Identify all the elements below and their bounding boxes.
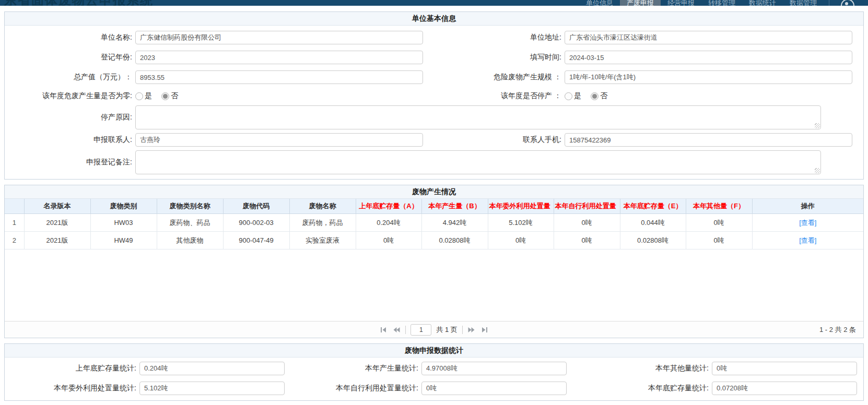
stat-other-amount-label: 本年其他量统计: <box>573 364 712 373</box>
cell-waste-code: 900-047-49 <box>223 232 289 249</box>
cell-last-year-storage: 0吨 <box>356 232 421 249</box>
stat-current-generated-input[interactable] <box>421 362 567 375</box>
nav-tab-transfer-mgmt[interactable]: 转移管理 <box>701 0 742 6</box>
stat-current-generated-label: 本年产生量统计: <box>291 364 421 373</box>
stop-reason-label: 停产原因: <box>5 113 135 122</box>
stat-self-disposal-label: 本年自行利用处置量统计: <box>291 384 421 393</box>
stat-yearend-storage-label: 本年底贮存量统计: <box>573 384 712 393</box>
resize-grip-icon[interactable] <box>815 123 820 128</box>
cell-other-amount: 0吨 <box>686 232 752 249</box>
stat-last-year-storage-input[interactable] <box>139 362 285 375</box>
view-link[interactable]: [查看] <box>799 236 816 244</box>
col-outsourced-disposal: 本年委外利用处置量（C） <box>488 199 554 214</box>
table-row: 1 2021版 HW03 废药物、药品 900-002-03 废药物，药品 0.… <box>5 214 863 232</box>
contact-phone-label: 联系人手机: <box>434 135 565 145</box>
resize-grip-icon[interactable] <box>815 168 820 173</box>
view-link[interactable]: [查看] <box>799 219 816 227</box>
total-output-input[interactable] <box>135 70 423 84</box>
declaration-stats-title: 废物申报数据统计 <box>5 344 863 358</box>
cell-waste-category: HW03 <box>90 214 157 232</box>
col-operation: 操作 <box>752 199 863 214</box>
remark-label: 申报登记备注: <box>5 158 135 167</box>
stat-outsourced-disposal-label: 本年委外利用处置量统计: <box>5 384 139 393</box>
app-title: 东省固体废物云申报系统 <box>4 0 154 6</box>
cell-waste-name: 实验室废液 <box>289 232 356 249</box>
row-number: 2 <box>5 232 24 249</box>
declaration-stats-panel: 废物申报数据统计 上年底贮存量统计: 本年产生量统计: 本年其他量统计: 本年委… <box>4 343 864 401</box>
cell-outsourced-disposal: 5.102吨 <box>488 214 554 232</box>
stat-self-disposal-input[interactable] <box>421 382 567 395</box>
stat-last-year-storage-label: 上年底贮存量统计: <box>5 364 139 373</box>
contact-person-input[interactable] <box>135 133 423 147</box>
stop-production-label: 该年度是否停产 ： <box>434 91 565 101</box>
nav-tab-data-stats[interactable]: 数据统计 <box>742 0 783 6</box>
col-last-year-storage: 上年底贮存量（A） <box>356 199 421 214</box>
fill-time-label: 填写时间: <box>434 53 565 62</box>
cell-waste-code: 900-002-03 <box>223 214 289 232</box>
zero-output-radio-no[interactable]: 否 <box>161 91 178 101</box>
stat-other-amount-input[interactable] <box>712 362 857 375</box>
cell-waste-category: HW49 <box>90 232 157 249</box>
total-output-label: 总产值（万元）： <box>5 73 135 82</box>
col-waste-name: 废物名称 <box>289 199 356 214</box>
table-header-row: 名录版本 废物类别 废物类别名称 废物代码 废物名称 上年底贮存量（A） 本年产… <box>5 199 863 214</box>
stat-yearend-storage-input[interactable] <box>712 382 857 395</box>
nav-tab-operation-declare[interactable]: 经营申报 <box>661 0 701 6</box>
page-number-input[interactable] <box>410 324 431 336</box>
hazard-scale-input[interactable] <box>565 70 852 84</box>
cell-yearend-storage: 0.02808吨 <box>620 232 686 249</box>
col-waste-code: 废物代码 <box>223 199 289 214</box>
waste-generation-title: 废物产生情况 <box>5 185 863 199</box>
unit-address-input[interactable] <box>565 31 852 44</box>
row-number: 1 <box>5 214 24 232</box>
radio-circle-icon <box>135 92 143 100</box>
next-page-icon[interactable] <box>467 326 476 334</box>
last-page-icon[interactable] <box>480 326 489 334</box>
radio-yes-label: 是 <box>574 91 581 101</box>
pager-divider <box>405 326 406 334</box>
zero-output-radio-yes[interactable]: 是 <box>135 91 152 101</box>
waste-table: 名录版本 废物类别 废物类别名称 废物代码 废物名称 上年底贮存量（A） 本年产… <box>5 199 863 321</box>
nav-tab-waste-declare[interactable]: 产废申报 <box>620 0 661 6</box>
remark-textarea[interactable] <box>135 150 821 174</box>
reg-year-label: 登记年份: <box>5 53 135 62</box>
hazard-scale-label: 危险废物产生规模 ： <box>434 73 565 82</box>
col-other-amount: 本年其他量（F） <box>686 199 752 214</box>
table-row: 2 2021版 HW49 其他废物 900-047-49 实验室废液 0吨 0.… <box>5 232 863 249</box>
cell-outsourced-disposal: 0吨 <box>488 232 554 249</box>
nav-tab-data-mgmt[interactable]: 数据管理 <box>783 0 824 6</box>
stop-production-radio-no[interactable]: 否 <box>591 91 607 101</box>
stat-outsourced-disposal-input[interactable] <box>139 382 285 395</box>
pager-range-info: 1 - 2 共 2 条 <box>819 321 856 338</box>
prev-page-icon[interactable] <box>392 326 401 334</box>
cell-current-generated: 4.942吨 <box>421 214 488 232</box>
reg-year-input[interactable] <box>135 51 423 64</box>
radio-no-label: 否 <box>600 91 607 101</box>
basic-info-title: 单位基本信息 <box>5 12 863 26</box>
col-self-disposal: 本年自行利用处置量（D） <box>554 199 620 214</box>
unit-name-input[interactable] <box>135 31 423 44</box>
stop-reason-textarea[interactable] <box>135 105 821 129</box>
cell-category-name: 废药物、药品 <box>157 214 223 232</box>
nav-tab-unit-info[interactable]: 单位信息 <box>579 0 620 6</box>
radio-yes-label: 是 <box>145 91 152 101</box>
cell-last-year-storage: 0.204吨 <box>356 214 421 232</box>
cell-catalog-version: 2021版 <box>24 232 90 249</box>
cell-catalog-version: 2021版 <box>24 214 90 232</box>
col-rownum <box>5 199 24 214</box>
contact-phone-input[interactable] <box>565 133 852 147</box>
cell-yearend-storage: 0.044吨 <box>620 214 686 232</box>
col-catalog-version: 名录版本 <box>24 199 90 214</box>
zero-output-label: 该年度危废产生量是否为零: <box>5 91 135 101</box>
unit-name-label: 单位名称: <box>5 33 135 42</box>
unit-address-label: 单位地址: <box>434 33 565 42</box>
stop-production-radio-yes[interactable]: 是 <box>565 91 581 101</box>
nav-divider <box>829 0 829 6</box>
col-current-generated: 本年产生量（B） <box>421 199 488 214</box>
cell-current-generated: 0.02808吨 <box>421 232 488 249</box>
pagination-bar: 共 1 页 1 - 2 共 2 条 <box>5 321 863 338</box>
col-waste-category: 废物类别 <box>90 199 157 214</box>
first-page-icon[interactable] <box>379 326 388 334</box>
fill-time-input[interactable] <box>565 51 852 64</box>
user-avatar-icon[interactable] <box>841 0 854 6</box>
